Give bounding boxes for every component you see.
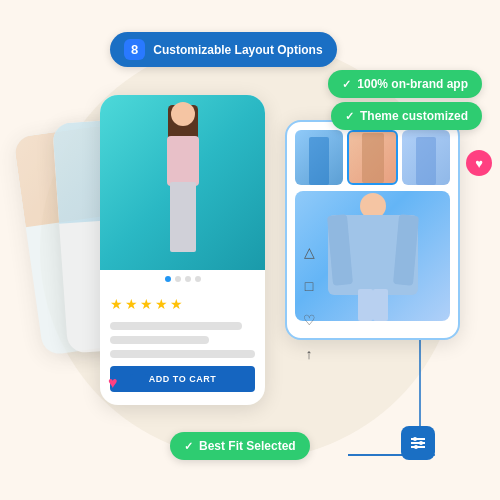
layout-options-badge: 8 Customizable Layout Options bbox=[110, 32, 337, 67]
check-icon-2: ✓ bbox=[345, 110, 354, 123]
on-brand-badge: ✓ 100% on-brand app bbox=[328, 70, 482, 98]
product-subtitle-line bbox=[110, 336, 209, 344]
star-3: ★ bbox=[140, 296, 153, 312]
upload-icon[interactable]: ↑ bbox=[297, 342, 321, 366]
scene-container: ★ ★ ★ ★ ★ ADD TO CART ♥ ♥ bbox=[0, 0, 500, 500]
svg-point-7 bbox=[419, 441, 423, 445]
star-1: ★ bbox=[110, 296, 123, 312]
image-dots bbox=[100, 270, 265, 288]
best-fit-label: Best Fit Selected bbox=[199, 439, 296, 453]
share-icon[interactable]: △ bbox=[297, 240, 321, 264]
on-brand-label: 100% on-brand app bbox=[357, 77, 468, 91]
side-toolbar: △ □ ♡ ↑ bbox=[297, 240, 321, 366]
wishlist-heart-icon[interactable]: ♥ bbox=[108, 374, 118, 392]
star-5: ★ bbox=[170, 296, 183, 312]
filter-icon[interactable] bbox=[401, 426, 435, 460]
svg-point-8 bbox=[414, 445, 418, 449]
thumbnail-2[interactable] bbox=[347, 130, 399, 185]
thumbnail-3[interactable] bbox=[402, 130, 450, 185]
product-title-line bbox=[110, 322, 242, 330]
dot-2 bbox=[175, 276, 181, 282]
product-desc-line bbox=[110, 350, 255, 358]
star-4: ★ bbox=[155, 296, 168, 312]
phone-card-main: ★ ★ ★ ★ ★ ADD TO CART bbox=[100, 95, 265, 405]
best-fit-badge: ✓ Best Fit Selected bbox=[170, 432, 310, 460]
theme-badge: ✓ Theme customized bbox=[331, 102, 482, 130]
dot-4 bbox=[195, 276, 201, 282]
check-icon-1: ✓ bbox=[342, 78, 351, 91]
thumbnail-1[interactable] bbox=[295, 130, 343, 185]
copy-icon[interactable]: □ bbox=[297, 274, 321, 298]
layout-label: Customizable Layout Options bbox=[153, 43, 322, 57]
layout-count: 8 bbox=[124, 39, 145, 60]
svg-point-6 bbox=[413, 437, 417, 441]
check-icon-3: ✓ bbox=[184, 440, 193, 453]
product-thumbnails bbox=[295, 130, 450, 185]
dot-1 bbox=[165, 276, 171, 282]
wishlist-icon[interactable]: ♡ bbox=[297, 308, 321, 332]
color-swatch bbox=[130, 374, 148, 392]
product-image-main bbox=[100, 95, 265, 270]
dot-3 bbox=[185, 276, 191, 282]
star-2: ★ bbox=[125, 296, 138, 312]
heart-icon[interactable]: ♥ bbox=[466, 150, 492, 176]
theme-label: Theme customized bbox=[360, 109, 468, 123]
rating-stars: ★ ★ ★ ★ ★ bbox=[100, 288, 265, 316]
